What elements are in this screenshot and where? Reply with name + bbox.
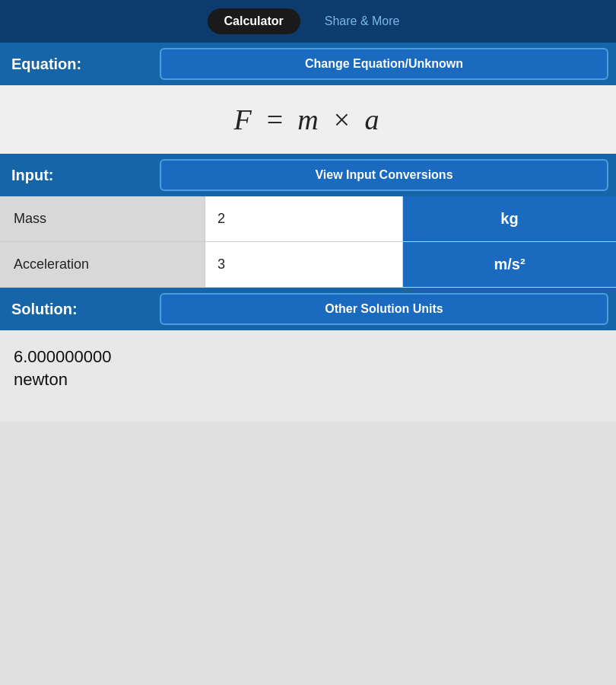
input-row-unit-1[interactable]: m/s² xyxy=(403,242,616,287)
formula-container: F = m × a xyxy=(0,85,616,154)
input-row-value-0[interactable]: 2 xyxy=(205,196,403,241)
input-bar: Input: View Input Conversions xyxy=(0,154,616,196)
equation-label: Equation: xyxy=(8,56,160,73)
solution-label: Solution: xyxy=(8,301,160,318)
input-label: Input: xyxy=(8,167,160,184)
input-row-label-1: Acceleration xyxy=(0,242,205,287)
table-row: Mass2kg xyxy=(0,196,616,242)
solution-content: 6.000000000 newton xyxy=(0,330,616,422)
solution-unit: newton xyxy=(14,370,602,390)
calculator-tab[interactable]: Calculator xyxy=(208,8,300,34)
input-row-label-0: Mass xyxy=(0,196,205,241)
other-solution-units-button[interactable]: Other Solution Units xyxy=(160,293,608,325)
table-row: Acceleration3m/s² xyxy=(0,242,616,288)
view-input-conversions-button[interactable]: View Input Conversions xyxy=(160,159,608,191)
formula-display: F = m × a xyxy=(234,103,383,136)
top-navigation: Calculator Share & More xyxy=(0,0,616,43)
bottom-area xyxy=(0,422,616,685)
share-tab[interactable]: Share & More xyxy=(316,8,409,34)
equation-bar: Equation: Change Equation/Unknown xyxy=(0,43,616,85)
solution-bar: Solution: Other Solution Units xyxy=(0,288,616,330)
input-rows: Mass2kgAcceleration3m/s² xyxy=(0,196,616,288)
change-equation-button[interactable]: Change Equation/Unknown xyxy=(160,48,608,80)
input-row-value-1[interactable]: 3 xyxy=(205,242,403,287)
solution-value: 6.000000000 xyxy=(14,347,602,367)
input-row-unit-0[interactable]: kg xyxy=(403,196,616,241)
